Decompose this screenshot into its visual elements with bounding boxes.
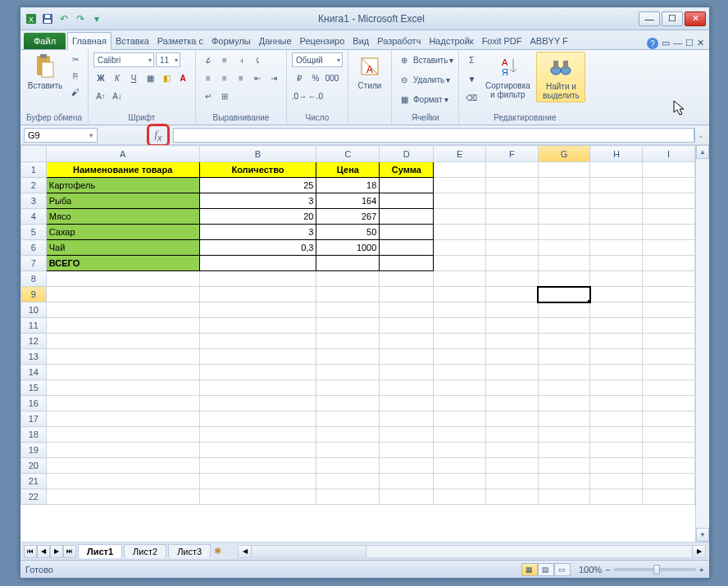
- prev-sheet-icon[interactable]: ◀: [37, 545, 50, 558]
- cell-E14[interactable]: [434, 365, 486, 380]
- row-header-14[interactable]: 14: [21, 365, 47, 380]
- sheet-tab-1[interactable]: Лист1: [78, 544, 122, 558]
- vertical-scrollbar[interactable]: ▲ ▼: [695, 145, 709, 542]
- cell-B21[interactable]: [199, 474, 316, 489]
- cell-A15[interactable]: [46, 380, 199, 396]
- undo-icon[interactable]: ↶: [57, 11, 71, 26]
- cell-F4[interactable]: [486, 209, 539, 225]
- cell-F18[interactable]: [486, 427, 539, 443]
- cell-B18[interactable]: [199, 427, 316, 443]
- tab-file[interactable]: Файл: [24, 33, 66, 49]
- cell-G10[interactable]: [538, 302, 590, 318]
- insert-cells-label[interactable]: Вставить: [413, 56, 448, 65]
- cell-C1[interactable]: Цена: [316, 162, 380, 178]
- col-header-H[interactable]: H: [590, 146, 643, 162]
- cell-C18[interactable]: [316, 427, 380, 443]
- cell-E19[interactable]: [434, 443, 486, 458]
- cell-E3[interactable]: [434, 193, 486, 209]
- cell-B8[interactable]: [199, 271, 316, 287]
- cell-C20[interactable]: [316, 458, 380, 474]
- cell-H18[interactable]: [590, 427, 643, 443]
- cell-B13[interactable]: [199, 349, 316, 365]
- cell-D9[interactable]: [380, 287, 434, 302]
- cell-C6[interactable]: 1000: [316, 240, 380, 256]
- save-icon[interactable]: [40, 11, 55, 26]
- cell-B11[interactable]: [199, 318, 316, 334]
- name-box[interactable]: G9: [24, 128, 98, 143]
- cell-I9[interactable]: [643, 287, 695, 302]
- cell-C12[interactable]: [316, 334, 380, 349]
- tab-view[interactable]: Вид: [348, 33, 373, 49]
- cell-H20[interactable]: [590, 458, 643, 474]
- cell-I2[interactable]: [643, 178, 695, 193]
- tab-review[interactable]: Рецензиро: [296, 33, 349, 49]
- cell-G18[interactable]: [538, 427, 590, 443]
- row-header-12[interactable]: 12: [21, 334, 47, 349]
- cell-D15[interactable]: [380, 380, 434, 396]
- cell-C8[interactable]: [316, 271, 380, 287]
- cell-G21[interactable]: [538, 474, 590, 489]
- expand-formula-bar-icon[interactable]: ⌄: [694, 128, 706, 143]
- maximize-button[interactable]: ☐: [662, 11, 683, 26]
- new-sheet-icon[interactable]: ✱: [214, 546, 221, 556]
- align-left-icon[interactable]: ≡: [201, 70, 216, 85]
- page-break-view-icon[interactable]: ▭: [554, 563, 571, 576]
- cell-E1[interactable]: [434, 162, 486, 178]
- row-header-22[interactable]: 22: [21, 489, 47, 505]
- cell-H2[interactable]: [590, 178, 643, 193]
- cell-A13[interactable]: [46, 349, 199, 365]
- format-cells-label[interactable]: Формат: [413, 95, 443, 104]
- cell-F20[interactable]: [486, 458, 539, 474]
- cell-A10[interactable]: [46, 302, 199, 318]
- format-painter-icon[interactable]: 🖌: [68, 84, 83, 99]
- percent-icon[interactable]: %: [308, 70, 323, 85]
- cell-F15[interactable]: [486, 380, 539, 396]
- normal-view-icon[interactable]: ▦: [521, 563, 538, 576]
- page-layout-view-icon[interactable]: ▤: [538, 563, 554, 576]
- first-sheet-icon[interactable]: ⏮: [24, 545, 37, 558]
- col-header-C[interactable]: C: [316, 146, 380, 162]
- cell-E13[interactable]: [434, 349, 486, 365]
- tab-foxit[interactable]: Foxit PDF: [478, 33, 526, 49]
- horizontal-scrollbar[interactable]: ◀ ▶: [238, 545, 706, 558]
- cell-I6[interactable]: [643, 240, 695, 256]
- cell-F19[interactable]: [486, 443, 539, 458]
- cell-G3[interactable]: [538, 193, 590, 209]
- tab-data[interactable]: Данные: [255, 33, 296, 49]
- cell-D2[interactable]: [380, 178, 434, 193]
- cell-A22[interactable]: [46, 489, 199, 505]
- row-header-2[interactable]: 2: [21, 178, 47, 193]
- zoom-in-icon[interactable]: +: [699, 565, 704, 575]
- cell-G4[interactable]: [538, 209, 590, 225]
- cell-C5[interactable]: 50: [316, 225, 380, 240]
- cell-G14[interactable]: [538, 365, 590, 380]
- cell-I20[interactable]: [643, 458, 695, 474]
- cell-H5[interactable]: [590, 225, 643, 240]
- cell-D19[interactable]: [380, 443, 434, 458]
- dec-decimal-icon[interactable]: ←.0: [308, 89, 323, 103]
- row-header-6[interactable]: 6: [21, 240, 47, 256]
- next-sheet-icon[interactable]: ▶: [50, 545, 63, 558]
- cell-B7[interactable]: [199, 256, 316, 271]
- row-header-13[interactable]: 13: [21, 349, 47, 365]
- cell-I22[interactable]: [643, 489, 695, 505]
- cell-G11[interactable]: [538, 318, 590, 334]
- scroll-right-icon[interactable]: ▶: [692, 546, 705, 557]
- format-cells-icon[interactable]: ▦: [397, 92, 412, 107]
- cell-H7[interactable]: [590, 256, 643, 271]
- cell-A9[interactable]: [46, 287, 199, 302]
- tab-abbyy[interactable]: ABBYY F: [526, 33, 572, 49]
- row-header-20[interactable]: 20: [21, 458, 47, 474]
- cell-H14[interactable]: [590, 365, 643, 380]
- cell-G7[interactable]: [538, 256, 590, 271]
- cell-F5[interactable]: [486, 225, 539, 240]
- cell-D13[interactable]: [380, 349, 434, 365]
- row-header-11[interactable]: 11: [21, 318, 47, 334]
- cell-F14[interactable]: [486, 365, 539, 380]
- cell-I21[interactable]: [643, 474, 695, 489]
- min-ribbon-icon[interactable]: ▭: [662, 38, 670, 49]
- autosum-icon[interactable]: Σ: [464, 52, 479, 67]
- font-name-combo[interactable]: Calibri: [93, 52, 154, 67]
- cell-E21[interactable]: [434, 474, 486, 489]
- paste-button[interactable]: Вставить: [25, 52, 65, 92]
